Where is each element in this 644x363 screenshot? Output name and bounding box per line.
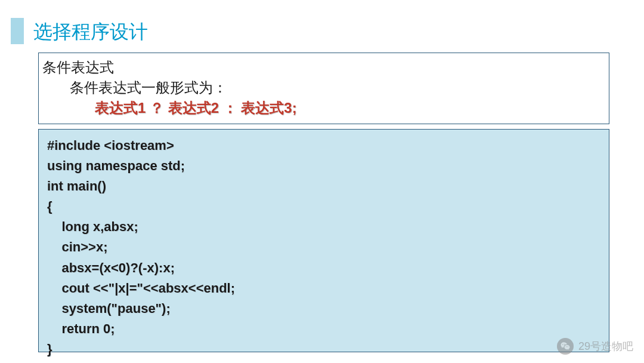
definition-box: 条件表达式 条件表达式一般形式为： 表达式1 ？ 表达式2 ： 表达式3; <box>38 53 609 124</box>
code-line: system("pause"); <box>47 299 600 319</box>
code-box: #include <iostream> using namespace std;… <box>38 129 609 352</box>
definition-syntax: 表达式1 ？ 表达式2 ： 表达式3; <box>95 99 605 118</box>
code-line: using namespace std; <box>47 156 600 176</box>
watermark-text: 29号造物吧 <box>578 339 633 353</box>
definition-line-2: 条件表达式一般形式为： <box>70 78 605 97</box>
code-line: absx=(x<0)?(-x):x; <box>47 258 600 278</box>
code-line: #include <iostream> <box>47 136 600 156</box>
code-line: } <box>47 339 600 359</box>
code-line: cin>>x; <box>47 237 600 257</box>
watermark: 29号造物吧 <box>557 338 633 355</box>
page-title: 选择程序设计 <box>33 19 148 45</box>
header-accent-bar <box>11 18 24 44</box>
code-line: int main() <box>47 176 600 196</box>
code-line: { <box>47 196 600 217</box>
code-line: long x,absx; <box>47 217 600 237</box>
code-line: cout <<"|x|="<<absx<<endl; <box>47 278 600 299</box>
wechat-icon <box>557 338 574 355</box>
code-line: return 0; <box>47 319 600 339</box>
definition-line-1: 条件表达式 <box>42 58 605 77</box>
